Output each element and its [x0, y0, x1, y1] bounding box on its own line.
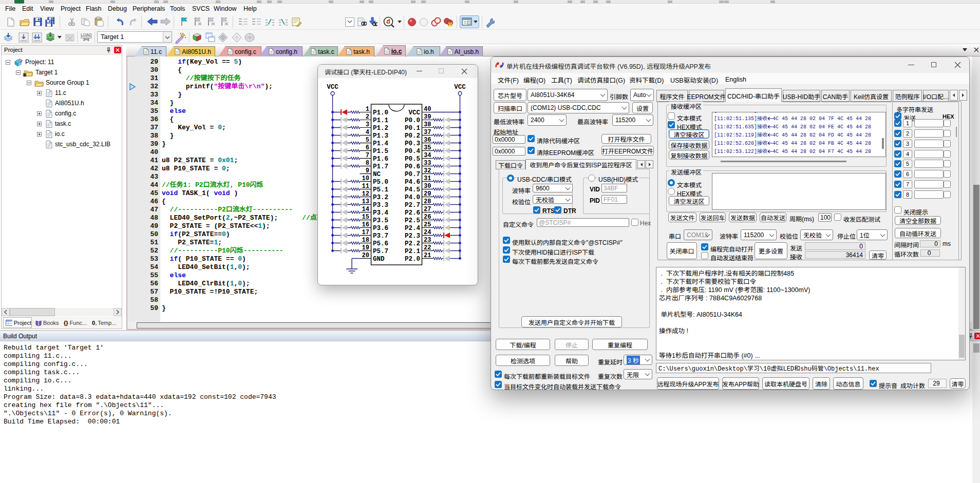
svg-text:P5.0: P5.0: [373, 179, 388, 186]
svg-text:35: 35: [424, 144, 431, 151]
svg-text:27: 27: [424, 206, 431, 213]
svg-text:23: 23: [424, 237, 431, 244]
svg-text:32: 32: [424, 167, 431, 175]
svg-text:P3.4: P3.4: [373, 209, 389, 217]
svg-text:P1.5: P1.5: [373, 148, 388, 155]
svg-text:P0.4: P0.4: [405, 148, 421, 155]
svg-text:36: 36: [424, 137, 431, 144]
svg-text:P5.6: P5.6: [373, 240, 388, 247]
svg-text:VCC: VCC: [408, 109, 420, 117]
svg-text:P2.3: P2.3: [405, 233, 420, 240]
svg-text:P0.2: P0.2: [405, 132, 420, 140]
svg-text:2: 2: [366, 113, 369, 121]
svg-text:GND: GND: [373, 256, 385, 263]
svg-text:P0.7: P0.7: [405, 171, 420, 178]
svg-text:18: 18: [362, 237, 369, 244]
svg-text:P4.0: P4.0: [405, 194, 420, 201]
svg-text:P2.1: P2.1: [405, 248, 420, 255]
svg-text:P4.6: P4.6: [405, 179, 420, 186]
svg-text:P2.2: P2.2: [405, 240, 420, 247]
svg-text:1: 1: [366, 106, 369, 113]
svg-text:P4.5: P4.5: [405, 186, 420, 194]
svg-text:19: 19: [362, 244, 369, 252]
svg-text:P2.5: P2.5: [405, 217, 420, 224]
svg-text:P3.2: P3.2: [373, 194, 388, 201]
svg-text:P0.6: P0.6: [405, 163, 420, 170]
svg-text:4: 4: [366, 129, 369, 136]
svg-text:P1.4: P1.4: [373, 140, 389, 147]
svg-text:NC: NC: [373, 171, 381, 178]
svg-text:3: 3: [366, 121, 369, 128]
svg-text:P1.2: P1.2: [373, 125, 388, 132]
svg-text:VCC: VCC: [454, 84, 466, 91]
svg-text:39: 39: [424, 113, 431, 121]
svg-text:VCC: VCC: [327, 84, 338, 91]
svg-text:P0.5: P0.5: [405, 156, 420, 163]
svg-text:P2.4: P2.4: [405, 225, 421, 232]
svg-text:8: 8: [366, 160, 369, 167]
svg-text:17: 17: [362, 229, 369, 236]
svg-text:33: 33: [424, 160, 431, 167]
svg-text:16: 16: [362, 221, 369, 228]
svg-text:38: 38: [424, 121, 431, 128]
svg-text:15: 15: [362, 214, 369, 221]
svg-text:10: 10: [362, 175, 369, 182]
svg-text:P2.7: P2.7: [405, 202, 420, 209]
svg-text:P0.3: P0.3: [405, 140, 420, 147]
svg-text:P3.6: P3.6: [373, 225, 388, 232]
svg-text:22: 22: [424, 244, 431, 252]
svg-text:13: 13: [362, 198, 369, 205]
svg-text:P2.6: P2.6: [405, 209, 420, 217]
svg-text:20: 20: [362, 252, 369, 259]
svg-text:P1.0: P1.0: [373, 109, 388, 117]
svg-text:5: 5: [366, 137, 369, 144]
svg-text:d: d: [386, 18, 390, 25]
svg-text:9: 9: [366, 167, 369, 175]
svg-text:P5.7: P5.7: [373, 248, 388, 255]
svg-text:P3.3: P3.3: [373, 202, 388, 209]
svg-text:34: 34: [424, 152, 431, 159]
svg-text:P2.0: P2.0: [405, 256, 420, 263]
svg-text:12: 12: [362, 190, 369, 198]
svg-text:21: 21: [424, 252, 431, 259]
svg-text:31: 31: [424, 175, 431, 182]
svg-text:26: 26: [424, 214, 431, 221]
svg-text:P1.1: P1.1: [373, 117, 388, 124]
svg-text:P1.7: P1.7: [373, 163, 388, 170]
svg-text:P0.1: P0.1: [405, 125, 420, 132]
svg-text:40: 40: [424, 106, 431, 113]
svg-text:6: 6: [366, 144, 369, 151]
svg-text:P3.7: P3.7: [373, 233, 388, 240]
svg-text:P0.0: P0.0: [405, 117, 420, 124]
svg-text:P1.6: P1.6: [373, 156, 388, 163]
svg-text:P3.5: P3.5: [373, 217, 388, 224]
svg-text:24: 24: [424, 229, 431, 236]
svg-text:30: 30: [424, 183, 431, 190]
svg-text:29: 29: [424, 190, 431, 198]
svg-text:28: 28: [424, 198, 431, 205]
svg-text:14: 14: [362, 206, 369, 213]
svg-text:11: 11: [362, 183, 369, 190]
svg-text:7: 7: [366, 152, 369, 159]
svg-text:P1.3: P1.3: [373, 132, 388, 140]
svg-text:25: 25: [424, 221, 431, 228]
svg-text:37: 37: [424, 129, 431, 136]
svg-text:P5.1: P5.1: [373, 186, 388, 194]
